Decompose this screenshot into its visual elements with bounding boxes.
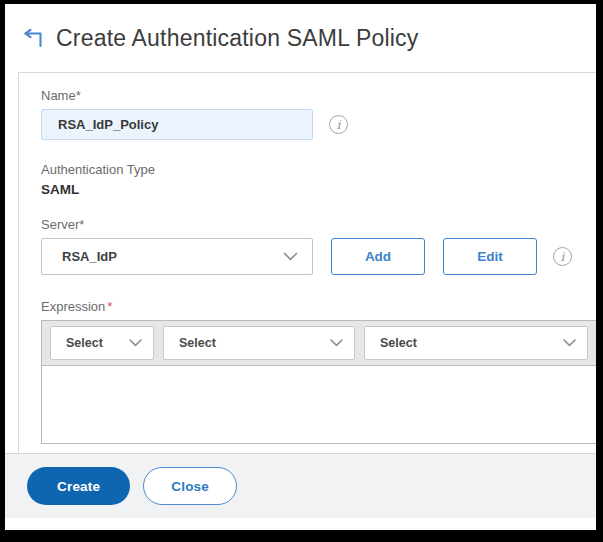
chevron-down-icon: [563, 339, 576, 347]
expression-select-3[interactable]: Select: [364, 326, 588, 360]
edit-server-button[interactable]: Edit: [443, 238, 537, 275]
expression-editor: Select Select Sele: [41, 320, 596, 444]
form-panel: Name* i Authentication Type SAML Server*…: [18, 72, 596, 453]
dialog-header: Create Authentication SAML Policy: [5, 4, 596, 72]
expression-select-1-value: Select: [66, 336, 103, 350]
server-info-icon[interactable]: i: [553, 247, 572, 266]
server-selected-value: RSA_IdP: [62, 249, 117, 264]
add-server-button[interactable]: Add: [331, 238, 425, 275]
create-button[interactable]: Create: [27, 467, 130, 505]
chevron-down-icon: [129, 339, 142, 347]
auth-type-value: SAML: [41, 182, 596, 197]
expression-select-3-value: Select: [380, 336, 417, 350]
back-arrow-icon: [21, 29, 43, 48]
name-label: Name*: [41, 88, 596, 103]
chevron-down-icon: [283, 252, 298, 261]
dialog-footer: Create Close: [5, 453, 596, 518]
server-select[interactable]: RSA_IdP: [41, 238, 313, 275]
name-input[interactable]: [41, 109, 313, 140]
expression-select-1[interactable]: Select: [50, 326, 154, 360]
expression-select-2[interactable]: Select: [163, 326, 355, 360]
expression-toolbar: Select Select Sele: [42, 321, 596, 366]
server-label: Server*: [41, 217, 596, 232]
auth-type-label: Authentication Type: [41, 162, 596, 177]
bottom-spacer: [5, 518, 596, 530]
expression-input[interactable]: [42, 366, 596, 443]
chevron-down-icon: [330, 339, 343, 347]
create-saml-policy-dialog: Create Authentication SAML Policy Name* …: [5, 4, 596, 530]
back-button[interactable]: [19, 26, 45, 50]
name-info-icon[interactable]: i: [329, 115, 348, 134]
required-asterisk: *: [107, 299, 112, 314]
expression-select-2-value: Select: [179, 336, 216, 350]
close-button[interactable]: Close: [143, 467, 237, 505]
expression-label: Expression*: [41, 299, 596, 314]
expression-label-text: Expression: [41, 299, 105, 314]
page-title: Create Authentication SAML Policy: [56, 25, 418, 52]
